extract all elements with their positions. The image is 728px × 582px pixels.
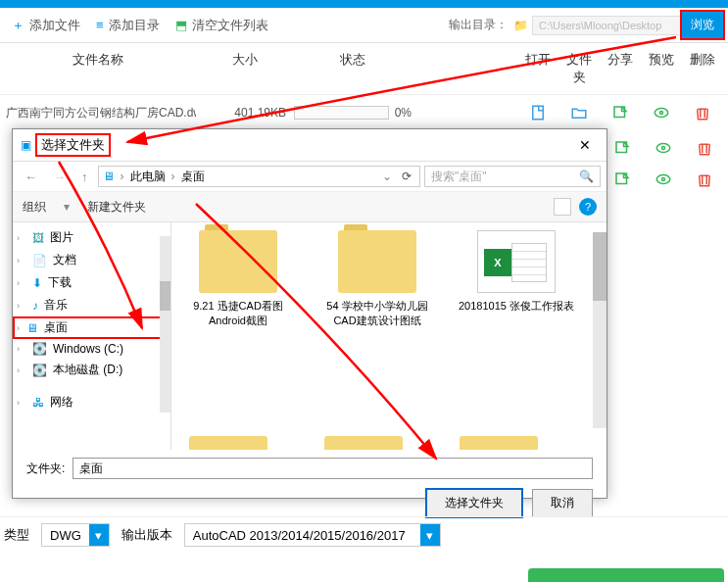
folder-icon[interactable] — [460, 436, 538, 450]
nav-forward-icon[interactable]: → — [47, 168, 72, 186]
organize-menu[interactable]: 组织 — [23, 199, 46, 216]
clear-list-button[interactable]: ⬒ 清空文件列表 — [168, 13, 276, 38]
tree-docs[interactable]: ›📄文档 — [13, 249, 170, 271]
view-mode-icon[interactable] — [554, 198, 571, 216]
tree-pictures[interactable]: ›🖼图片 — [13, 226, 170, 249]
open-file-icon[interactable] — [528, 103, 548, 122]
col-state: 状态 — [294, 51, 412, 86]
nav-back-icon[interactable]: ← — [19, 168, 43, 186]
progress-text: 0% — [395, 106, 412, 120]
clear-list-label: 清空文件列表 — [192, 17, 268, 34]
version-select[interactable]: AutoCAD 2013/2014/2015/2016/2017 ▾ — [184, 523, 441, 547]
close-icon[interactable]: ✕ — [571, 135, 599, 155]
folder-icon — [338, 230, 416, 293]
share-icon[interactable] — [612, 170, 632, 189]
app-icon: ▣ — [21, 138, 31, 152]
help-icon[interactable]: ? — [579, 198, 597, 216]
col-name: 文件名称 — [0, 51, 196, 86]
preview-icon[interactable] — [654, 170, 673, 189]
col-folder: 文件夹 — [565, 51, 593, 86]
type-label: 类型 — [4, 526, 29, 544]
output-dir-label: 输出目录： — [449, 17, 508, 33]
convert-button[interactable] — [528, 568, 724, 582]
tree-scrollbar[interactable] — [160, 236, 170, 412]
cancel-button[interactable]: 取消 — [532, 489, 593, 517]
select-folder-button[interactable]: 选择文件夹 — [426, 489, 522, 517]
folder-icon: 📁 — [513, 19, 528, 32]
add-dir-button[interactable]: ≡ 添加目录 — [88, 13, 168, 38]
new-folder-button[interactable]: 新建文件夹 — [87, 199, 146, 216]
folder-item-label: 20181015 张俊工作报表 — [458, 299, 575, 314]
col-preview: 预览 — [648, 51, 675, 86]
svg-point-9 — [662, 178, 665, 181]
excel-icon: X — [477, 230, 556, 293]
delete-icon[interactable] — [695, 170, 714, 189]
open-folder-icon[interactable] — [569, 103, 589, 122]
folder-item-label: 54 学校中小学幼儿园CAD建筑设计图纸 — [318, 299, 436, 328]
svg-point-6 — [662, 147, 665, 150]
folder-item[interactable]: 54 学校中小学幼儿园CAD建筑设计图纸 — [318, 230, 436, 328]
file-progress: 0% — [294, 106, 412, 120]
main-toolbar: ＋ 添加文件 ≡ 添加目录 ⬒ 清空文件列表 输出目录： 📁 C:\Users\… — [0, 8, 728, 43]
folder-input-label: 文件夹: — [26, 461, 65, 477]
folder-picker-dialog: ▣ 选择文件夹 ✕ ← → ↑ 🖥 › 此电脑 › 桌面 ⌄ ⟳ 搜索"桌面" … — [12, 128, 607, 499]
version-label: 输出版本 — [121, 526, 172, 544]
folder-name-input[interactable] — [73, 458, 593, 479]
browse-button[interactable]: 浏览 — [681, 11, 724, 39]
dialog-title: 选择文件夹 — [37, 135, 109, 155]
tree-music[interactable]: ›♪音乐 — [13, 294, 170, 316]
folder-content-pane: 9.21 迅捷CAD看图Android截图 54 学校中小学幼儿园CAD建筑设计… — [171, 222, 607, 450]
list-icon: ≡ — [96, 18, 104, 32]
folder-item[interactable]: X 20181015 张俊工作报表 — [458, 230, 575, 314]
delete-icon[interactable] — [695, 138, 714, 158]
version-value: AutoCAD 2013/2014/2015/2016/2017 — [185, 528, 420, 543]
chevron-down-icon[interactable]: ⌄ — [382, 170, 392, 183]
tree-local-d[interactable]: ›💽本地磁盘 (D:) — [13, 359, 170, 381]
search-input[interactable]: 搜索"桌面" 🔍 — [424, 166, 601, 187]
file-list-header: 文件名称 大小 状态 打开 文件夹 分享 预览 删除 — [0, 43, 728, 95]
share-icon[interactable] — [610, 103, 630, 122]
output-path-field[interactable]: C:\Users\Mloong\Desktop — [532, 16, 681, 35]
pane-scroll-thumb[interactable] — [593, 232, 607, 301]
add-file-label: 添加文件 — [29, 17, 80, 34]
col-share: 分享 — [607, 51, 634, 86]
col-delete: 删除 — [689, 51, 716, 86]
preview-icon[interactable] — [652, 103, 671, 122]
tree-windows-c[interactable]: ›💽Windows (C:) — [13, 339, 170, 359]
tree-desktop[interactable]: ›🖥桌面 — [13, 316, 170, 339]
svg-point-5 — [656, 144, 670, 153]
breadcrumb-root[interactable]: 此电脑 — [130, 169, 166, 185]
address-bar[interactable]: 🖥 › 此电脑 › 桌面 ⌄ ⟳ — [98, 166, 421, 187]
tree-network[interactable]: ›🖧网络 — [13, 391, 170, 413]
breadcrumb-current[interactable]: 桌面 — [181, 169, 205, 185]
svg-point-3 — [660, 112, 663, 115]
add-dir-label: 添加目录 — [109, 17, 160, 34]
nav-up-icon[interactable]: ↑ — [75, 168, 94, 186]
clear-icon: ⬒ — [175, 18, 187, 32]
plus-icon: ＋ — [12, 17, 24, 34]
tree-scroll-thumb[interactable] — [160, 281, 170, 311]
add-file-button[interactable]: ＋ 添加文件 — [4, 13, 88, 38]
tree-downloads[interactable]: ›⬇下载 — [13, 271, 170, 294]
folder-item[interactable]: 9.21 迅捷CAD看图Android截图 — [179, 230, 297, 328]
folder-icon[interactable] — [324, 436, 403, 450]
refresh-icon[interactable]: ⟳ — [398, 170, 415, 183]
folder-icon — [199, 230, 277, 293]
file-row[interactable]: 广西南宁同方公司钢结构厂房CAD.dwg 401.19KB 0% — [0, 95, 728, 130]
search-icon: 🔍 — [579, 170, 594, 183]
folder-tree: ›🖼图片 ›📄文档 ›⬇下载 ›♪音乐 ›🖥桌面 ›💽Windows (C:) … — [13, 222, 171, 450]
chevron-down-icon: ▾ — [89, 524, 109, 546]
col-open: 打开 — [524, 51, 552, 86]
svg-point-8 — [656, 175, 670, 184]
file-size: 401.19KB — [196, 106, 294, 120]
delete-icon[interactable] — [693, 103, 712, 122]
bottom-bar: 类型 DWG ▾ 输出版本 AutoCAD 2013/2014/2015/201… — [0, 516, 728, 553]
monitor-icon: 🖥 — [103, 170, 115, 183]
type-value: DWG — [42, 528, 89, 543]
chevron-down-icon: ▾ — [420, 524, 440, 546]
svg-point-2 — [655, 109, 668, 118]
folder-icon[interactable] — [189, 436, 267, 450]
share-icon[interactable] — [612, 138, 632, 158]
preview-icon[interactable] — [654, 138, 673, 158]
type-select[interactable]: DWG ▾ — [41, 523, 110, 547]
